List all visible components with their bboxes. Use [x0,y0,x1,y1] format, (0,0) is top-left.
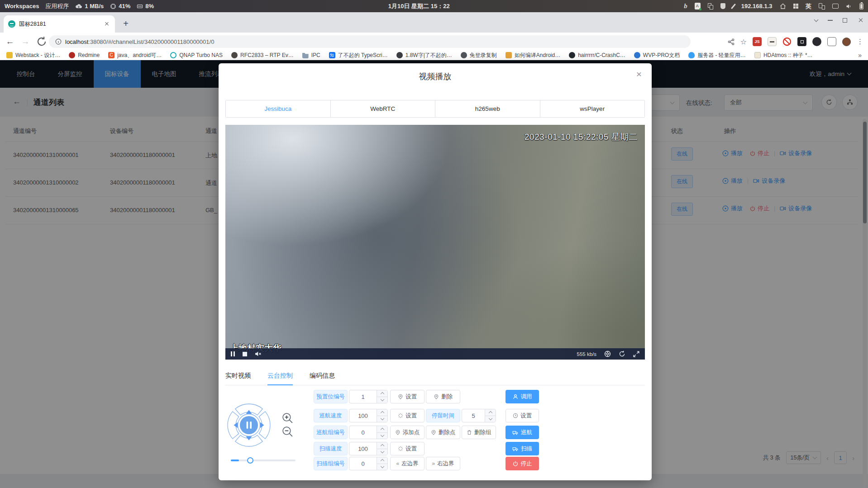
share-icon[interactable] [728,38,734,45]
tab-h265web[interactable]: h265web [435,100,540,117]
window-close-button[interactable] [857,16,865,24]
tray-bing-icon[interactable]: b [684,2,687,10]
browser-tab[interactable]: 国标28181 [4,15,115,33]
ext-wallet-icon[interactable] [768,37,777,46]
tray-cup-icon[interactable] [720,3,725,9]
tab-ptz-control[interactable]: 云台控制 [267,367,293,385]
bookmark-item[interactable]: 如何编译Android… [506,52,560,59]
workspaces-button[interactable]: Workspaces [5,3,39,9]
ptz-speed-slider[interactable] [231,459,296,462]
bookmark-item[interactable]: QNAP Turbo NAS [170,52,223,58]
step-up-button[interactable] [377,457,387,464]
ptz-down-button[interactable] [235,435,262,446]
bookmark-item[interactable]: IPC [302,52,320,58]
tab-live-video[interactable]: 实时视频 [225,367,251,385]
pause-button[interactable] [231,351,235,356]
window-restore-button[interactable] [843,18,847,23]
preset-call-button[interactable]: 调用 [506,390,539,403]
step-down-button[interactable] [377,416,387,422]
preset-number-input[interactable] [349,390,388,403]
cruise-speed-input[interactable] [349,409,388,422]
step-up-button[interactable] [377,390,387,397]
step-up-button[interactable] [377,426,387,433]
ptz-direction-pad[interactable] [226,403,272,448]
bookmark-item[interactable]: WVP-PRO文档 [634,52,680,59]
zoom-in-button[interactable] [281,412,294,424]
ext-dark-icon[interactable] [812,37,821,46]
scan-speed-input[interactable] [349,442,388,455]
tab-close-icon[interactable] [103,20,110,28]
cruise-button[interactable]: 巡航 [506,426,539,439]
right-border-button[interactable]: »右边界 [426,457,460,470]
slider-handle[interactable] [247,457,253,464]
ext-blocker-icon[interactable] [782,37,792,46]
preset-number-value[interactable] [349,390,377,403]
bookmark-item[interactable]: 1.8W字|了不起的… [396,52,452,59]
tab-wsplayer[interactable]: wsPlayer [540,100,645,117]
forward-button[interactable]: → [20,36,31,47]
input-method-indicator[interactable]: 英 [806,2,811,10]
bookmark-item[interactable]: hairrrrr/C-CrashC… [569,52,625,58]
tab-jessibuca[interactable]: Jessibuca [226,100,330,117]
bookmark-item[interactable]: 服务器 - 轻量应用… [688,52,746,59]
tray-notes-icon[interactable]: A [695,3,701,9]
tab-webrtc[interactable]: WebRTC [330,100,435,117]
cruise-group-input[interactable] [349,426,388,439]
ptz-stop-button[interactable]: 停止 [506,457,539,470]
scan-button[interactable]: 扫描 [506,442,539,455]
bookmark-star-icon[interactable]: ☆ [740,38,747,46]
ptz-center-pause-button[interactable] [238,414,260,436]
site-info-icon[interactable] [55,38,62,45]
applications-menu[interactable]: 应用程序 [45,2,69,10]
tray-display-icon[interactable] [832,4,839,9]
stay-time-value[interactable] [462,409,485,422]
performance-icon[interactable] [604,351,611,357]
tray-pen-icon[interactable] [731,3,736,9]
tray-screens-icon[interactable] [819,3,825,9]
cruise-speed-value[interactable] [349,409,377,422]
battery-icon[interactable] [859,3,863,9]
ext-frame-icon[interactable] [827,37,836,46]
modal-close-icon[interactable]: × [636,70,642,79]
cruise-group-value[interactable] [349,426,377,439]
refresh-icon[interactable] [619,351,625,357]
step-down-button[interactable] [377,449,387,455]
stay-time-input[interactable] [462,409,496,422]
bookmark-item[interactable]: Cjava、android可… [108,52,162,59]
tray-windows-icon[interactable] [793,4,799,9]
bookmarks-overflow-chevron[interactable]: » [858,52,862,59]
step-down-button[interactable] [377,433,387,439]
zoom-out-button[interactable] [281,426,294,438]
window-minimize-button[interactable] [828,20,833,21]
step-up-button[interactable] [377,409,387,416]
delete-point-button[interactable]: 删除点 [426,426,460,439]
address-bar[interactable]: localhost:38080/#/channelList/3402000000… [49,35,691,48]
add-point-button[interactable]: 添加点 [390,426,424,439]
bookmark-item[interactable]: RFC2833 – RTP Ev… [231,52,294,58]
stay-time-set-button[interactable]: 设置 [506,409,539,422]
bookmark-item[interactable]: 免登录复制 [461,52,497,59]
bookmark-item[interactable]: Webstack - 设计… [6,52,60,59]
mute-icon[interactable] [255,351,262,357]
ptz-left-button[interactable] [228,412,239,439]
video-player[interactable]: 2023-01-10 15:22:05 星期二 上地村实大华 555 kb/s [225,125,645,360]
bookmark-item[interactable]: HDAtmos :: 种子 *… [754,52,813,59]
tab-search-chevron-icon[interactable] [814,17,819,22]
step-up-button[interactable] [377,442,387,449]
scan-group-value[interactable] [349,457,377,470]
scan-speed-set-button[interactable]: 设置 [390,442,424,455]
tab-codec-info[interactable]: 编码信息 [310,367,335,385]
ext-screenshot-icon[interactable] [797,37,806,46]
bookmark-item[interactable]: Redmine [69,52,100,58]
scan-group-input[interactable] [349,457,388,470]
step-down-button[interactable] [377,397,387,403]
slider-track[interactable] [231,460,296,461]
back-button[interactable]: ← [5,36,15,47]
delete-group-button[interactable]: 删除组 [462,426,496,439]
browser-menu-kebab-icon[interactable]: ⋮ [857,38,863,46]
preset-delete-button[interactable]: 删除 [426,390,460,403]
step-down-button[interactable] [377,464,387,470]
volume-icon[interactable] [846,4,852,9]
fullscreen-icon[interactable] [633,351,639,357]
reload-button[interactable] [36,36,47,47]
